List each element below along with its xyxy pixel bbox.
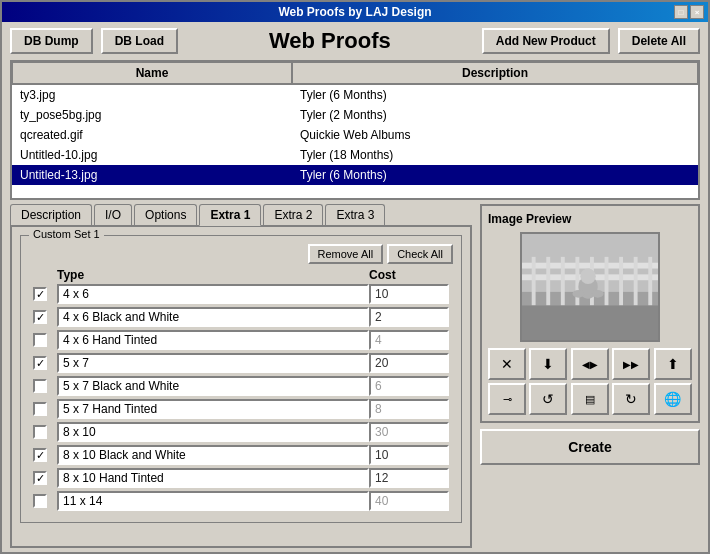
product-cost: 2 — [369, 307, 449, 327]
image-preview-title: Image Preview — [488, 212, 571, 226]
svg-rect-6 — [561, 257, 565, 306]
product-name: 5 x 7 Black and White — [57, 376, 369, 396]
files-table: Name Description ty3.jpg Tyler (6 Months… — [10, 60, 700, 200]
image-preview-box: Image Preview — [480, 204, 700, 423]
svg-rect-11 — [634, 257, 638, 306]
product-checkbox[interactable] — [33, 379, 47, 393]
product-checkbox[interactable]: ✓ — [33, 448, 47, 462]
panel-box: Custom Set 1 Remove All Check All Type C… — [10, 225, 472, 548]
delete-all-button[interactable]: Delete All — [618, 28, 700, 54]
svg-rect-10 — [619, 257, 623, 306]
rotate-left-icon-button[interactable]: ↺ — [529, 383, 567, 415]
db-dump-button[interactable]: DB Dump — [10, 28, 93, 54]
product-cost: 20 — [369, 353, 449, 373]
product-name: 11 x 14 — [57, 491, 369, 511]
product-checkbox[interactable] — [33, 333, 47, 347]
icon-grid-row1: ✕ ⬇ ◀▶ ▶▶ ⬆ — [488, 348, 692, 380]
product-checkbox[interactable]: ✓ — [33, 356, 47, 370]
product-cost: 10 — [369, 445, 449, 465]
list-item: ✓ 8 x 10 Hand Tinted 12 — [29, 468, 453, 488]
table-row[interactable]: ty_pose5bg.jpg Tyler (2 Months) — [12, 105, 698, 125]
main-window: Web Proofs by LAJ Design □ × DB Dump DB … — [0, 0, 710, 554]
product-name: 8 x 10 Black and White — [57, 445, 369, 465]
product-checkbox[interactable] — [33, 425, 47, 439]
x-icon-button[interactable]: ✕ — [488, 348, 526, 380]
table-header: Name Description — [12, 62, 698, 85]
col-type-header: Type — [57, 268, 369, 282]
rotate-right-icon-button[interactable]: ↻ — [612, 383, 650, 415]
list-item: ✓ 4 x 6 10 — [29, 284, 453, 304]
list-icon-button[interactable]: ▤ — [571, 383, 609, 415]
table-row[interactable]: qcreated.gif Quickie Web Albums — [12, 125, 698, 145]
close-button[interactable]: × — [690, 5, 704, 19]
title-bar-buttons: □ × — [674, 5, 704, 19]
db-load-button[interactable]: DB Load — [101, 28, 178, 54]
svg-point-16 — [573, 290, 585, 298]
list-item: 5 x 7 Black and White 6 — [29, 376, 453, 396]
custom-set-groupbox: Custom Set 1 Remove All Check All Type C… — [20, 235, 462, 523]
remove-all-button[interactable]: Remove All — [308, 244, 384, 264]
list-item: ✓ 4 x 6 Black and White 2 — [29, 307, 453, 327]
tab-extra3[interactable]: Extra 3 — [325, 204, 385, 226]
main-content: Description I/O Options Extra 1 Extra 2 … — [2, 200, 708, 552]
col-header-description: Description — [292, 62, 698, 84]
svg-rect-5 — [546, 257, 550, 306]
list-item: ✓ 8 x 10 Black and White 10 — [29, 445, 453, 465]
right-panel: Image Preview — [480, 204, 700, 548]
minimize-button[interactable]: □ — [674, 5, 688, 19]
list-item: ✓ 5 x 7 20 — [29, 353, 453, 373]
add-new-product-button[interactable]: Add New Product — [482, 28, 610, 54]
product-cost: 10 — [369, 284, 449, 304]
svg-rect-9 — [605, 257, 609, 306]
globe-icon-button[interactable]: 🌐 — [654, 383, 692, 415]
table-row[interactable]: Untitled-10.jpg Tyler (18 Months) — [12, 145, 698, 165]
table-body[interactable]: ty3.jpg Tyler (6 Months) ty_pose5bg.jpg … — [12, 85, 698, 198]
product-cost: 8 — [369, 399, 449, 419]
tab-extra2[interactable]: Extra 2 — [263, 204, 323, 226]
up-icon-button[interactable]: ⬆ — [654, 348, 692, 380]
list-item: 4 x 6 Hand Tinted 4 — [29, 330, 453, 350]
svg-point-17 — [592, 290, 604, 298]
tabs-row: Description I/O Options Extra 1 Extra 2 … — [10, 204, 472, 226]
tab-extra1[interactable]: Extra 1 — [199, 204, 261, 226]
icon-grid-row2: ⊸ ↺ ▤ ↻ 🌐 — [488, 383, 692, 415]
left-right-icon-button[interactable]: ◀▶ — [571, 348, 609, 380]
product-checkbox[interactable] — [33, 494, 47, 508]
svg-point-15 — [580, 269, 596, 285]
check-all-button[interactable]: Check All — [387, 244, 453, 264]
tab-description[interactable]: Description — [10, 204, 92, 226]
panel-header-row: Remove All Check All — [29, 244, 453, 264]
svg-rect-12 — [648, 257, 652, 306]
product-cost: 12 — [369, 468, 449, 488]
tab-options[interactable]: Options — [134, 204, 197, 226]
list-item: 11 x 14 40 — [29, 491, 453, 511]
col-header-name: Name — [12, 62, 292, 84]
product-checkbox[interactable] — [33, 402, 47, 416]
product-name: 5 x 7 Hand Tinted — [57, 399, 369, 419]
create-button[interactable]: Create — [480, 429, 700, 465]
fast-forward-icon-button[interactable]: ▶▶ — [612, 348, 650, 380]
svg-rect-7 — [575, 257, 579, 306]
product-cost: 30 — [369, 422, 449, 442]
product-name: 4 x 6 — [57, 284, 369, 304]
product-checkbox[interactable]: ✓ — [33, 310, 47, 324]
product-name: 8 x 10 — [57, 422, 369, 442]
product-name: 8 x 10 Hand Tinted — [57, 468, 369, 488]
list-item: 8 x 10 30 — [29, 422, 453, 442]
product-cost: 40 — [369, 491, 449, 511]
product-cost: 4 — [369, 330, 449, 350]
product-name: 4 x 6 Hand Tinted — [57, 330, 369, 350]
table-row[interactable]: ty3.jpg Tyler (6 Months) — [12, 85, 698, 105]
preview-image — [522, 232, 658, 342]
tab-io[interactable]: I/O — [94, 204, 132, 226]
left-panel: Description I/O Options Extra 1 Extra 2 … — [10, 204, 472, 548]
list-item: 5 x 7 Hand Tinted 8 — [29, 399, 453, 419]
product-checkbox[interactable]: ✓ — [33, 287, 47, 301]
arrow-right-icon-button[interactable]: ⊸ — [488, 383, 526, 415]
image-area — [520, 232, 660, 342]
custom-set-label: Custom Set 1 — [29, 228, 104, 240]
download-icon-button[interactable]: ⬇ — [529, 348, 567, 380]
table-row[interactable]: Untitled-13.jpg Tyler (6 Months) — [12, 165, 698, 185]
product-checkbox[interactable]: ✓ — [33, 471, 47, 485]
product-name: 5 x 7 — [57, 353, 369, 373]
